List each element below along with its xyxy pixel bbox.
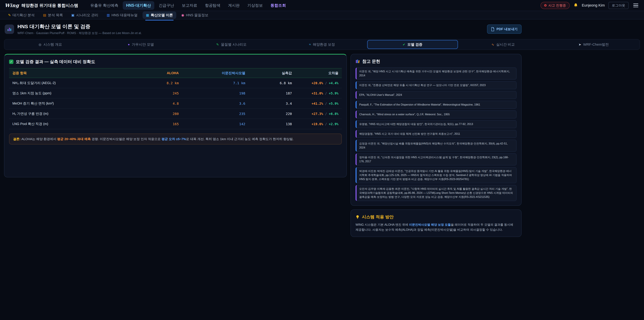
reference-item[interactable]: 박경애·이진호·박재진·김태성·이문진, "인공위성 원격탐사 기반 AI 활용…: [356, 167, 516, 183]
brand[interactable]: Wing 해양환경 위기대응 통합시스템: [5, 3, 78, 8]
content-tab[interactable]: ∿ 실시간 비교: [458, 40, 548, 49]
pdf-export-label: PDF 내보내기: [496, 27, 518, 31]
app-root: Wing 해양환경 위기대응 통합시스템 유출유 확산예측 HNS·대기확산 긴…: [0, 0, 644, 320]
validation-table: 검증 항목 ALOHA 이문진박사모델 실측값 오차율 NH₃ 최대 도달거리 …: [9, 68, 342, 129]
aloha-value: 8.2 km: [132, 78, 182, 88]
model-error: +6.8%: [329, 112, 338, 116]
content-tab[interactable]: ✎ 물질별 시나리오: [186, 40, 277, 49]
content-tab[interactable]: ✔ 모델 검증: [367, 40, 458, 49]
conclusion-text: 로 대폭 개선. 특히 염소 1km 이내 근거리 농도 예측 정확도가 현저히…: [186, 137, 294, 141]
sub-nav: ✎ 대기확산 분석 ▤ 분석 목록 ▣ 시나리오 관리 ▥ HNS 대응매뉴얼 …: [0, 11, 644, 20]
reference-item[interactable]: 이문진 외, "친환경 선박연료 해양 유출 시 대기확산 특성 연구 — 암모…: [356, 81, 516, 89]
table-row: NH₃ 최대 도달거리 (AEGL-2) 8.2 km 7.1 km 6.8 k…: [9, 78, 342, 88]
content-tab-icon: ✎: [216, 43, 219, 47]
subnav-tab[interactable]: ✎ 대기확산 분석: [5, 12, 38, 19]
model-error: +5.9%: [329, 92, 338, 95]
content-tab-icon: ●: [128, 43, 130, 46]
model-value: 3.6: [182, 98, 249, 109]
subnav-tab[interactable]: ▦ 확산모델 이론: [142, 12, 176, 19]
alert-pulse-icon: [544, 4, 546, 7]
reference-item[interactable]: Pasquill, F., "The Estimation of the Dis…: [356, 101, 516, 109]
aloha-value: 4.8: [132, 98, 182, 109]
content-tab[interactable]: ≈ 해양환경 보정: [277, 40, 367, 49]
application-text: WING 시스템은 기본 ALOHA 엔진 위에 이문진박사모델 해양 보정 모…: [356, 222, 516, 232]
subnav-tab-icon: ▦: [146, 13, 149, 17]
content-tab[interactable]: ➤ WRF-Chem발전: [548, 40, 639, 49]
right-column: 참고 문헌 이문진 외, "해양 HNS 사고 시 대기확산 예측을 위한 가우…: [350, 54, 522, 237]
error-separator: /: [325, 81, 327, 85]
book-stack-icon: [356, 59, 360, 64]
col-header-aloha: ALOHA: [132, 68, 182, 78]
content-tab[interactable]: ◎ 시스템 개요: [5, 40, 96, 49]
model-value: 198: [182, 88, 249, 98]
main-nav-item[interactable]: 보고자료: [178, 1, 200, 10]
content-tab[interactable]: ● 가우시안 모델: [96, 40, 186, 49]
aloha-value: 165: [132, 119, 182, 129]
main-nav-item[interactable]: 항공탐색: [202, 1, 224, 10]
aloha-error: +31.0%: [312, 92, 323, 95]
reference-item[interactable]: 정하용·이문진 외, "신속한 의사결정을 위한 HNS 사고이력관리시스템 설…: [356, 153, 516, 165]
content-tab-icon: ◎: [38, 43, 42, 47]
subnav-tab-icon: ▤: [43, 13, 46, 17]
error-rate: +20.6% / +4.4%: [295, 78, 342, 88]
main-nav: 유출유 확산예측 HNS·대기확산 긴급구난 보고자료 항공탐색 게시판 기상정…: [87, 1, 289, 10]
aloha-error: +20.6%: [312, 81, 323, 85]
content-tab-label: 시스템 개요: [44, 42, 62, 47]
conclusion-text: ALOHA는 해양 환경에서: [20, 137, 57, 141]
subnav-tab[interactable]: ▥ HNS 대응매뉴얼: [103, 12, 141, 19]
model-error: +5.9%: [329, 102, 338, 105]
table-row: H₂ 가연성 구름 반경 (m) 280 235 220 +27.3% / +6…: [9, 109, 342, 119]
notification-bell-icon[interactable]: [574, 3, 578, 8]
reference-item[interactable]: 오진석·김주영·이특재·김용현·최준·이문진, "다항목 HNS 데이터의 실시…: [356, 185, 516, 201]
pdf-export-button[interactable]: PDF 내보내기: [487, 25, 522, 34]
validation-table-body: NH₃ 최대 도달거리 (AEGL-2) 8.2 km 7.1 km 6.8 k…: [9, 78, 342, 129]
app-title: 해양환경 위기대응 통합시스템: [22, 3, 78, 8]
main-nav-item[interactable]: 긴급구난: [155, 1, 178, 10]
system-application-panel: 시스템 적용 방안 WING 시스템은 기본 ALOHA 엔진 위에 이문진박사…: [350, 209, 522, 237]
main-nav-item[interactable]: HNS·대기확산: [123, 1, 154, 10]
aloha-error: +27.3%: [312, 112, 323, 116]
subnav-tab-icon: ✎: [8, 13, 11, 17]
error-separator: /: [325, 92, 327, 95]
model-validation-panel: ✓ 모델 검증 결과 — 실측 데이터 대비 정확도 검증 항목 ALOHA 이…: [4, 54, 347, 177]
subnav-tab[interactable]: ▤ 분석 목록: [40, 12, 66, 19]
subnav-tab-label: HNS 물질정보: [186, 13, 208, 18]
aloha-value: 280: [132, 109, 182, 119]
reference-item[interactable]: Charnock, H., "Wind stress on a water su…: [356, 110, 516, 119]
main-nav-item[interactable]: 유출유 확산예측: [87, 1, 122, 10]
content-tab-label: 모델 검증: [407, 42, 422, 47]
reference-item[interactable]: 이문진 외, "해양 HNS 사고 시 대기확산 예측을 위한 가우시안 모델의…: [356, 68, 516, 80]
validation-table-head: 검증 항목 ALOHA 이문진박사모델 실측값 오차율: [9, 68, 342, 78]
metric-name: 염소 1km 지점 농도 (ppm): [9, 88, 132, 98]
reference-item[interactable]: EPA, "ALOHA User's Manual", 2024: [356, 91, 516, 99]
references-panel: 참고 문헌 이문진 외, "해양 HNS 사고 시 대기확산 예측을 위한 가우…: [350, 54, 522, 206]
references-list: 이문진 외, "해양 HNS 사고 시 대기확산 예측을 위한 가우시안 모델의…: [356, 68, 516, 201]
incident-badge-label: 사고 진행중: [548, 3, 566, 8]
measured-value: 3.4: [248, 98, 295, 109]
measured-value: 6.8 km: [248, 78, 295, 88]
page-header: HNS 대기확산 모델 이론 및 검증 WRF-Chem · Gaussian …: [4, 20, 522, 38]
conclusion-label: 결론:: [13, 137, 20, 141]
wing-logo-icon: Wing: [5, 3, 19, 8]
subnav-tab-icon: ▣: [71, 13, 74, 17]
main-nav-item[interactable]: 게시판: [225, 1, 243, 10]
conclusion-highlight-error-range: 평균 오차 ±5~7%: [162, 137, 186, 141]
reference-item[interactable]: 유영범, "HNS 재난사고에 대한 해양경찰의 대응 방안", 한국위기관리논…: [356, 120, 516, 128]
reference-item[interactable]: 해양경찰청, "HNS 사고 국가 대비 대응 체제 선진화 방안 연구용역 최…: [356, 130, 516, 138]
subnav-tab[interactable]: ◉ HNS 물질정보: [178, 12, 212, 19]
content-tab-label: 물질별 시나리오: [221, 42, 247, 47]
check-icon: ✓: [9, 60, 14, 64]
error-rate: +41.2% / +5.9%: [295, 98, 342, 109]
content-tab-icon: ≈: [309, 43, 311, 46]
page-title: HNS 대기확산 모델 이론 및 검증: [18, 23, 484, 30]
model-error: +2.9%: [329, 122, 338, 126]
subnav-tab[interactable]: ▣ 시나리오 관리: [68, 12, 102, 19]
metric-name: LNG Pool 확산 직경 (m): [9, 119, 132, 129]
menu-icon[interactable]: [632, 2, 639, 9]
metric-name: NH₃ 최대 도달거리 (AEGL-2): [9, 78, 132, 88]
references-panel-title: 참고 문헌: [356, 59, 516, 64]
logout-button[interactable]: 로그아웃: [608, 2, 628, 9]
main-nav-item[interactable]: 통합조회: [267, 1, 289, 10]
reference-item[interactable]: 김정겸·이문진 외, "해양산업시설 배출 위험유해물질(HNS)의 해양확산 …: [356, 140, 516, 152]
main-nav-item[interactable]: 기상정보: [244, 1, 266, 10]
